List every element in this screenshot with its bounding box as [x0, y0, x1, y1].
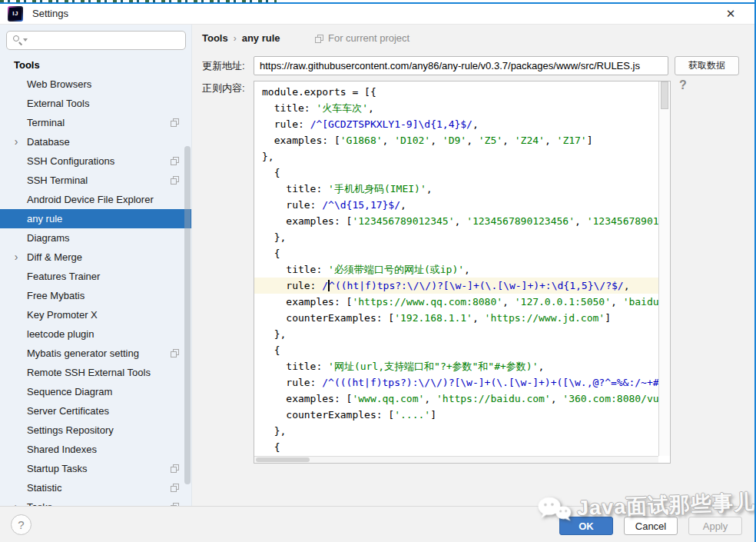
help-button[interactable]: ? — [11, 514, 32, 535]
code-line[interactable]: title: '必须带端口号的网址(或ip)', — [254, 261, 658, 278]
sidebar-item-external-tools[interactable]: External Tools — [0, 94, 191, 113]
code-line[interactable]: }, — [254, 229, 658, 245]
sidebar-item-label: Terminal — [27, 113, 65, 132]
code-line[interactable]: examples: ['123456789012345', '123456789… — [254, 213, 658, 229]
code-line[interactable]: title: '手机机身码(IMEI)', — [254, 181, 658, 197]
sidebar-item-label: Key Promoter X — [27, 305, 98, 324]
sidebar-item-server-certificates[interactable]: Server Certificates — [0, 401, 191, 421]
close-icon[interactable]: ✕ — [722, 5, 739, 22]
sidebar-item-leetcode-plugin[interactable]: leetcode plugin — [0, 324, 191, 344]
sidebar-item-label: leetcode plugin — [27, 324, 94, 344]
sidebar-item-label: Shared Indexes — [27, 440, 97, 459]
breadcrumb-separator-icon: › — [228, 33, 242, 44]
intellij-logo-icon: IJ — [8, 6, 23, 22]
sidebar-scrollbar[interactable] — [184, 146, 191, 484]
title-bar: IJ Settings ✕ — [0, 4, 754, 25]
code-line[interactable]: }, — [254, 148, 658, 165]
search-input[interactable] — [6, 31, 186, 50]
sidebar-item-ssh-configurations[interactable]: SSH Configurations — [0, 151, 191, 171]
ok-button[interactable]: OK — [559, 517, 613, 535]
editor-code: module.exports = [{ title: '火车车次', rule:… — [254, 81, 658, 456]
sidebar-item-tasks[interactable]: ›Tasks — [0, 497, 191, 506]
sidebar-item-startup-tasks[interactable]: Startup Tasks — [0, 459, 191, 478]
contextual-help-mark: ? — [679, 78, 687, 92]
apply-button[interactable]: Apply — [688, 517, 742, 535]
editor-horizontal-scrollbar[interactable] — [254, 456, 658, 463]
window-title: Settings — [32, 8, 68, 19]
code-line[interactable]: examples: ['www.qq.com', 'https://baidu.… — [254, 391, 658, 407]
rules-code-editor[interactable]: module.exports = [{ title: '火车车次', rule:… — [254, 81, 671, 464]
breadcrumb: Tools›any rule — [202, 31, 280, 46]
project-level-icon — [171, 484, 179, 492]
code-line[interactable]: counterExamples: ['....'] — [254, 407, 658, 423]
project-level-icon — [171, 118, 179, 127]
sidebar-item-mybatis-generator-setting[interactable]: Mybatis generator setting — [0, 344, 191, 363]
scope-note: For current project — [315, 31, 410, 46]
code-line[interactable]: { — [254, 165, 658, 181]
sidebar-item-label: SSH Configurations — [27, 151, 114, 171]
sidebar-item-remote-ssh-external-tools[interactable]: Remote SSH External Tools — [0, 363, 191, 382]
sidebar-item-diagrams[interactable]: Diagrams — [0, 228, 191, 248]
editor-horizontal-scrollbar-thumb[interactable] — [256, 457, 310, 462]
sidebar-item-features-trainer[interactable]: Features Trainer — [0, 267, 191, 286]
code-line[interactable]: module.exports = [{ — [254, 84, 658, 100]
fetch-data-button[interactable]: 获取数据 — [675, 56, 739, 75]
sidebar-item-label: Android Device File Explorer — [27, 190, 154, 209]
sidebar-item-web-browsers[interactable]: Web Browsers — [0, 75, 191, 94]
sidebar-item-ssh-terminal[interactable]: SSH Terminal — [0, 171, 191, 190]
code-line[interactable]: }, — [254, 326, 658, 342]
code-line[interactable]: title: '网址(url,支持端口和"?+参数"和"#+参数)', — [254, 358, 658, 374]
editor-vertical-scrollbar-thumb[interactable] — [661, 81, 668, 109]
sidebar-item-any-rule[interactable]: any rule — [0, 209, 191, 228]
settings-sidebar: Tools Web BrowsersExternal ToolsTerminal… — [0, 25, 192, 506]
sidebar-item-label: Database — [27, 132, 70, 151]
sidebar-item-statistic[interactable]: Statistic — [0, 478, 191, 497]
code-line[interactable]: rule: /^((ht|f)tps?:\/\/)?[\w-]+(\.[\w-]… — [254, 278, 658, 294]
code-line[interactable]: examples: ['G1868', 'D102', 'D9', 'Z5', … — [254, 132, 658, 148]
dialog-footer: ? OK Cancel Apply — [0, 506, 754, 542]
editor-vertical-scrollbar[interactable] — [658, 81, 670, 456]
code-line[interactable]: counterExamples: ['192.168.1.1', 'https:… — [254, 310, 658, 326]
cancel-button[interactable]: Cancel — [624, 517, 678, 535]
code-line[interactable]: rule: /^(((ht|f)tps?):\/\/)?[\w-]+(\.[\w… — [254, 374, 658, 391]
sidebar-item-label: External Tools — [27, 94, 89, 113]
code-line[interactable]: }, — [254, 423, 658, 439]
regex-content-label: 正则内容: — [202, 81, 245, 95]
sidebar-item-sequence-diagram[interactable]: Sequence Diagram — [0, 382, 191, 401]
code-line[interactable]: examples: ['https://www.qq.com:8080', '1… — [254, 294, 658, 310]
breadcrumb-root[interactable]: Tools — [202, 32, 228, 44]
sidebar-item-label: Free Mybatis — [27, 286, 85, 305]
sidebar-item-label: Server Certificates — [27, 401, 109, 421]
code-line[interactable]: title: '火车车次', — [254, 100, 658, 116]
code-line[interactable]: { — [254, 439, 658, 455]
scope-note-label: For current project — [328, 32, 410, 44]
sidebar-item-key-promoter-x[interactable]: Key Promoter X — [0, 305, 191, 324]
sidebar-item-label: Features Trainer — [27, 267, 100, 286]
breadcrumb-current: any rule — [242, 32, 280, 44]
sidebar-item-label: Web Browsers — [27, 75, 91, 94]
chevron-right-icon[interactable]: › — [11, 497, 22, 506]
sidebar-item-free-mybatis[interactable]: Free Mybatis — [0, 286, 191, 305]
code-line[interactable]: rule: /^\d{15,17}$/, — [254, 197, 658, 213]
sidebar-item-shared-indexes[interactable]: Shared Indexes — [0, 440, 191, 459]
project-level-icon — [315, 35, 323, 43]
sidebar-item-diff-merge[interactable]: ›Diff & Merge — [0, 248, 191, 267]
search-icon — [13, 35, 24, 46]
project-level-icon — [171, 176, 179, 185]
sidebar-item-label: Tasks — [27, 497, 52, 506]
chevron-right-icon[interactable]: › — [11, 132, 22, 151]
sidebar-item-settings-repository[interactable]: Settings Repository — [0, 421, 191, 440]
search-history-arrow-icon — [23, 38, 28, 42]
chevron-right-icon[interactable]: › — [11, 248, 22, 267]
update-url-input[interactable] — [254, 56, 668, 75]
code-line[interactable]: { — [254, 245, 658, 261]
sidebar-item-label: Settings Repository — [27, 421, 114, 440]
project-level-icon — [171, 157, 179, 165]
sidebar-item-android-device-file-explorer[interactable]: Android Device File Explorer — [0, 190, 191, 209]
code-line[interactable]: rule: /^[GCDZTSPKXLY1-9]\d{1,4}$/, — [254, 116, 658, 132]
code-line[interactable]: { — [254, 342, 658, 358]
sidebar-item-database[interactable]: ›Database — [0, 132, 191, 151]
sidebar-item-terminal[interactable]: Terminal — [0, 113, 191, 132]
settings-content-panel: Tools›any rule For current project 更新地址:… — [192, 25, 754, 506]
tree-group-tools[interactable]: Tools — [0, 55, 191, 75]
